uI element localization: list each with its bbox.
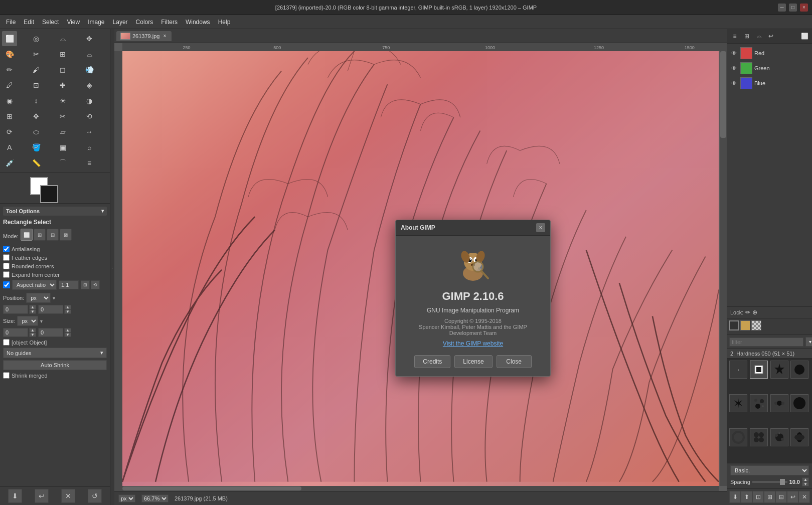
tool-text[interactable]: A xyxy=(2,140,17,155)
layer-delete[interactable]: ⊟ xyxy=(775,491,787,503)
bg-swatch[interactable] xyxy=(740,320,750,330)
spacing-slider-thumb[interactable] xyxy=(780,479,785,485)
brush-item-4[interactable] xyxy=(790,361,808,379)
reset-tool-btn[interactable]: ↺ xyxy=(88,489,102,503)
license-button[interactable]: License xyxy=(454,355,492,368)
spacing-down[interactable]: ▼ xyxy=(802,482,809,486)
tool-clone[interactable]: ⊡ xyxy=(29,78,44,93)
layer-item-green[interactable]: 👁 Green xyxy=(729,61,810,76)
tool-color-picker[interactable]: 💉 xyxy=(2,155,17,171)
tool-select-by-color[interactable]: 🎨 xyxy=(2,47,17,62)
tool-perspective-clone[interactable]: ◈ xyxy=(82,78,97,93)
brush-item-5[interactable] xyxy=(729,394,747,412)
tool-pencil[interactable]: ✏ xyxy=(2,62,17,77)
menu-file[interactable]: File xyxy=(2,17,20,28)
close-dialog-button[interactable]: Close xyxy=(497,355,532,368)
menu-image[interactable]: Image xyxy=(84,17,108,28)
pos-x-up[interactable]: ▲ xyxy=(29,305,36,309)
minimize-button[interactable]: ─ xyxy=(778,4,786,12)
status-unit-select[interactable]: px % xyxy=(118,494,135,502)
tool-ellipse-select[interactable]: ◎ xyxy=(29,31,44,46)
mode-intersect[interactable]: ⊠ xyxy=(60,229,72,241)
brush-item-10[interactable] xyxy=(750,428,768,446)
layer-eye-green[interactable]: 👁 xyxy=(731,65,738,71)
menu-edit[interactable]: Edit xyxy=(20,17,38,28)
restore-tool-btn[interactable]: ↩ xyxy=(35,489,49,503)
tool-move[interactable]: ✥ xyxy=(29,109,44,124)
antialiasing-check[interactable] xyxy=(3,246,10,252)
tool-align[interactable]: ⊞ xyxy=(2,109,17,124)
tool-shear[interactable]: ⬭ xyxy=(29,124,44,139)
panel-tab-layers[interactable]: ≡ xyxy=(729,31,740,42)
tool-bucket-fill[interactable]: 🪣 xyxy=(29,140,44,155)
shrink-merged-label[interactable]: Shrink merged xyxy=(3,372,48,379)
panel-tab-channels[interactable]: ⊞ xyxy=(741,31,752,42)
fixed-check[interactable] xyxy=(3,281,10,288)
layer-clear[interactable]: ✕ xyxy=(798,491,810,503)
scrollbar-horizontal[interactable] xyxy=(122,486,719,491)
tool-levels[interactable]: ≡ xyxy=(82,155,97,171)
layer-undo[interactable]: ↩ xyxy=(787,491,798,503)
auto-shrink-button[interactable]: Auto Shrink xyxy=(3,360,107,370)
rounded-check[interactable] xyxy=(3,263,10,269)
brush-item-12[interactable] xyxy=(790,428,808,446)
layer-to-bottom[interactable]: ⬇ xyxy=(729,491,741,503)
pos-x-input[interactable] xyxy=(3,305,28,314)
layer-item-red[interactable]: 👁 Red xyxy=(729,46,810,61)
dialog-close-button[interactable]: × xyxy=(536,223,545,232)
lock-alpha-button[interactable]: ⊕ xyxy=(752,309,757,316)
menu-layer[interactable]: Layer xyxy=(109,17,132,28)
tool-dodge[interactable]: ☀ xyxy=(55,93,70,108)
brush-item-11[interactable] xyxy=(770,428,788,446)
brush-item-9[interactable] xyxy=(729,428,747,446)
brushes-filter-dropdown[interactable]: ▾ xyxy=(805,337,812,347)
tool-zoom[interactable]: ⌕ xyxy=(82,140,97,155)
brushes-filter-input[interactable] xyxy=(729,338,803,347)
brush-item-2[interactable] xyxy=(750,361,768,379)
pos-x-down[interactable]: ▼ xyxy=(29,309,36,314)
ratio-flip[interactable]: ⟲ xyxy=(91,280,100,289)
canvas-tab-main[interactable]: 261379.jpg × xyxy=(116,31,172,41)
tool-desaturate[interactable]: ◑ xyxy=(82,93,97,108)
scrollbar-v-thumb[interactable] xyxy=(720,51,726,138)
size-h-up[interactable]: ▲ xyxy=(64,328,71,332)
background-color[interactable] xyxy=(40,185,58,203)
menu-filters[interactable]: Filters xyxy=(157,17,182,28)
brush-style-dropdown[interactable]: Basic, Classic Pixel xyxy=(730,465,809,475)
tool-crop[interactable]: ✂ xyxy=(55,109,70,124)
canvas-tab-close[interactable]: × xyxy=(161,33,168,39)
spacing-slider[interactable] xyxy=(752,481,787,483)
fg-swatch[interactable] xyxy=(729,320,739,330)
feather-label[interactable]: Feather edges xyxy=(3,254,47,261)
gimp-website-link[interactable]: Visit the GIMP website xyxy=(443,340,503,347)
tool-rotate[interactable]: ⟲ xyxy=(82,109,97,124)
menu-select[interactable]: Select xyxy=(38,17,63,28)
expand-check[interactable] xyxy=(3,271,10,278)
size-unit-select[interactable]: px % xyxy=(17,316,38,326)
close-button[interactable]: × xyxy=(800,4,808,12)
credits-button[interactable]: Credits xyxy=(414,355,450,368)
ratio-copy[interactable]: ⊞ xyxy=(81,280,90,289)
fixed-dropdown[interactable]: Aspect ratio Size Width Height xyxy=(12,280,57,290)
tool-curves[interactable]: ⌒ xyxy=(55,155,70,171)
zoom-select[interactable]: 66.7% 50% 100% 200% xyxy=(141,494,169,502)
tool-ink[interactable]: 🖊 xyxy=(2,78,17,93)
tool-heal[interactable]: ✚ xyxy=(55,78,70,93)
pos-y-up[interactable]: ▲ xyxy=(64,305,71,309)
rounded-label[interactable]: Rounded corners xyxy=(3,263,54,269)
position-unit-select[interactable]: px % mm xyxy=(26,293,51,303)
layer-new[interactable]: ⊞ xyxy=(764,491,775,503)
tool-scissors[interactable]: ✂ xyxy=(29,47,44,62)
pattern-swatch[interactable] xyxy=(751,320,761,330)
tool-smudge[interactable]: ↕ xyxy=(29,93,44,108)
scrollbar-vertical[interactable] xyxy=(720,51,727,486)
layer-eye-red[interactable]: 👁 xyxy=(731,50,738,56)
size-h-input[interactable] xyxy=(38,328,63,337)
layer-raise[interactable]: ⬆ xyxy=(741,491,752,503)
layer-eye-blue[interactable]: 👁 xyxy=(731,80,738,86)
tool-perspective[interactable]: ▱ xyxy=(55,124,70,139)
tool-paths[interactable]: ⌓ xyxy=(82,47,97,62)
brush-item-3[interactable] xyxy=(770,361,788,379)
panel-tab-undo[interactable]: ↩ xyxy=(765,31,776,42)
save-tool-btn[interactable]: ⬇ xyxy=(8,489,22,503)
